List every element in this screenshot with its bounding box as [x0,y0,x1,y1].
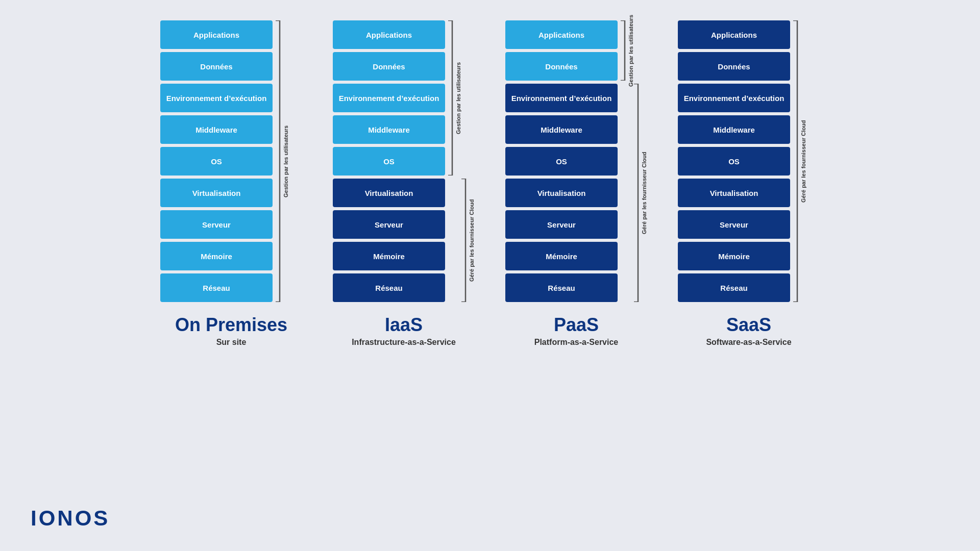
stack-item-iaas-7: Mémoire [333,242,445,270]
stack-item-iaas-2: Environnement d’exécution [333,84,445,112]
stack-item-iaas-0: Applications [333,20,445,49]
column-title-paas: PaaS [534,314,619,336]
column-label-iaas: IaaSInfrastructure-as-a-Service [352,314,456,347]
stack-item-on-premises-6: Serveur [160,210,273,239]
stack-paas: ApplicationsDonnéesEnvironnement d’exécu… [505,20,618,302]
bracket-label-on-premises-0: Gestion par les utilisateurs [283,20,289,302]
column-paas: ApplicationsDonnéesEnvironnement d’exécu… [505,20,647,347]
column-on-premises: ApplicationsDonnéesEnvironnement d’exécu… [160,20,302,347]
bracket-label-saas-0: Géré par les fournisseur Cloud [800,20,806,302]
column-subtitle-on-premises: Sur site [175,338,287,347]
logo: IONOS [31,506,110,531]
column-iaas: ApplicationsDonnéesEnvironnement d’exécu… [333,20,475,347]
column-label-paas: PaaSPlatform-as-a-Service [534,314,619,347]
bracket-label-iaas-1: Géré par les fournisseur Cloud [469,179,475,302]
stack-item-iaas-4: OS [333,147,445,176]
main-container: ApplicationsDonnéesEnvironnement d’exécu… [0,0,980,347]
stack-item-paas-6: Serveur [505,210,618,239]
stack-item-saas-3: Middleware [678,115,790,144]
column-title-on-premises: On Premises [175,314,287,336]
stack-item-paas-5: Virtualisation [505,179,618,207]
stack-item-saas-1: Données [678,52,790,81]
stack-item-on-premises-5: Virtualisation [160,179,273,207]
stack-item-iaas-6: Serveur [333,210,445,239]
stack-item-iaas-5: Virtualisation [333,179,445,207]
stack-item-on-premises-3: Middleware [160,115,273,144]
stack-iaas: ApplicationsDonnéesEnvironnement d’exécu… [333,20,445,302]
stack-item-saas-8: Réseau [678,273,790,302]
stack-item-on-premises-0: Applications [160,20,273,49]
stack-item-iaas-3: Middleware [333,115,445,144]
stack-item-on-premises-2: Environnement d’exécution [160,84,273,112]
stack-item-paas-4: OS [505,147,618,176]
stack-item-on-premises-7: Mémoire [160,242,273,270]
stack-item-on-premises-4: OS [160,147,273,176]
stack-item-on-premises-8: Réseau [160,273,273,302]
column-label-on-premises: On PremisesSur site [175,314,287,347]
column-title-saas: SaaS [706,314,791,336]
bracket-label-paas-0: Gestion par les utilisateurs [628,20,634,81]
stack-item-on-premises-1: Données [160,52,273,81]
stack-on-premises: ApplicationsDonnéesEnvironnement d’exécu… [160,20,273,302]
stack-item-saas-0: Applications [678,20,790,49]
stack-item-paas-8: Réseau [505,273,618,302]
stack-item-saas-2: Environnement d’exécution [678,84,790,112]
stack-item-saas-4: OS [678,147,790,176]
column-label-saas: SaaSSoftware-as-a-Service [706,314,791,347]
stack-item-saas-5: Virtualisation [678,179,790,207]
stack-item-paas-2: Environnement d’exécution [505,84,618,112]
stack-item-paas-7: Mémoire [505,242,618,270]
column-subtitle-iaas: Infrastructure-as-a-Service [352,338,456,347]
stack-item-saas-7: Mémoire [678,242,790,270]
column-saas: ApplicationsDonnéesEnvironnement d’exécu… [678,20,820,347]
stack-item-iaas-1: Données [333,52,445,81]
column-title-iaas: IaaS [352,314,456,336]
stack-item-paas-3: Middleware [505,115,618,144]
bracket-label-iaas-0: Gestion par les utilisateurs [455,20,461,176]
stack-item-iaas-8: Réseau [333,273,445,302]
bracket-label-paas-1: Géré par les fournisseur Cloud [641,84,647,302]
stack-item-paas-1: Données [505,52,618,81]
stack-saas: ApplicationsDonnéesEnvironnement d’exécu… [678,20,790,302]
column-subtitle-saas: Software-as-a-Service [706,338,791,347]
stack-item-paas-0: Applications [505,20,618,49]
column-subtitle-paas: Platform-as-a-Service [534,338,619,347]
stack-item-saas-6: Serveur [678,210,790,239]
